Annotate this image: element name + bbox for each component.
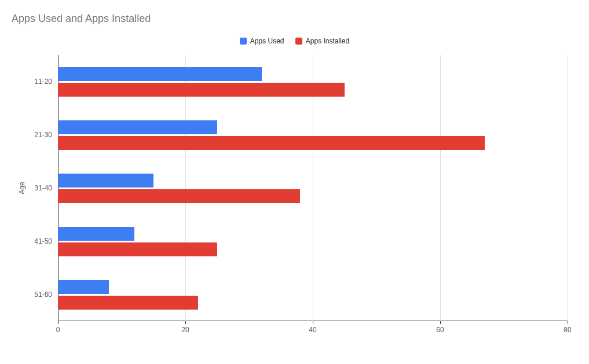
x-tick-label: 20 bbox=[181, 326, 189, 334]
y-axis-title: Age bbox=[18, 182, 26, 194]
bar-apps-installed bbox=[58, 242, 217, 256]
x-tick bbox=[568, 321, 568, 324]
y-tick-label: 11-20 bbox=[34, 78, 52, 86]
y-tick-label: 21-30 bbox=[34, 131, 52, 139]
x-tick-label: 60 bbox=[436, 326, 444, 334]
legend-label: Apps Installed bbox=[306, 37, 349, 45]
y-tick-label: 51-60 bbox=[34, 291, 52, 299]
bar-apps-installed bbox=[58, 83, 345, 97]
legend-item-apps-installed: Apps Installed bbox=[295, 37, 349, 45]
x-tick-label: 0 bbox=[56, 326, 60, 334]
y-tick-label: 31-40 bbox=[34, 184, 52, 192]
x-tick bbox=[58, 321, 58, 324]
legend-label: Apps Used bbox=[250, 37, 284, 45]
legend-item-apps-used: Apps Used bbox=[240, 37, 284, 45]
chart-title: Apps Used and Apps Installed bbox=[12, 13, 151, 25]
bar-apps-used bbox=[58, 67, 262, 81]
x-tick bbox=[185, 321, 186, 324]
bar-apps-used bbox=[58, 227, 134, 241]
legend-swatch bbox=[240, 38, 247, 45]
bar-apps-used bbox=[58, 174, 153, 187]
x-tick bbox=[313, 321, 313, 324]
bar-apps-installed bbox=[58, 296, 198, 310]
x-tick bbox=[440, 321, 441, 324]
x-tick-label: 40 bbox=[309, 326, 316, 334]
x-tick-label: 80 bbox=[564, 326, 571, 334]
legend-swatch bbox=[295, 38, 302, 45]
legend: Apps Used Apps Installed bbox=[0, 37, 589, 46]
bar-apps-used bbox=[58, 280, 109, 294]
bar-apps-installed bbox=[58, 136, 485, 150]
plot-area: 02040608011-2021-3031-4041-5051-60 bbox=[58, 55, 568, 321]
gridline bbox=[568, 55, 568, 321]
bar-apps-installed bbox=[58, 189, 300, 203]
y-tick-label: 41-50 bbox=[34, 237, 52, 245]
gridline bbox=[440, 55, 441, 321]
bar-apps-used bbox=[58, 120, 217, 134]
